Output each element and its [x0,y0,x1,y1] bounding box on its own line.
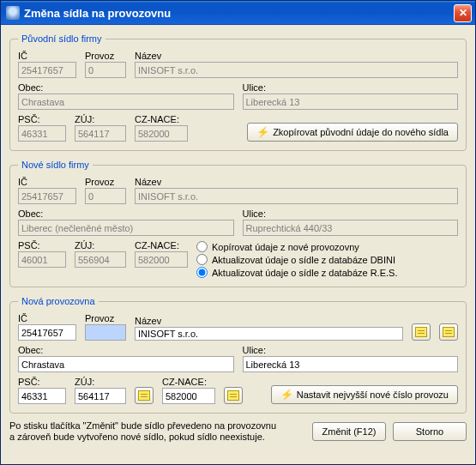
zuj-field[interactable] [75,388,126,404]
radio-aktualizovat-dbini[interactable]: Aktualizovat údaje o sídle z databáze DB… [196,254,458,265]
note-button-cznace[interactable] [224,387,243,404]
label-cznace: CZ-NACE: [162,377,215,387]
group-legend: Původní sídlo firmy [18,33,105,44]
titlebar: Změna sídla na provozovnu ✕ [1,1,475,25]
ic-field[interactable] [18,188,76,204]
button-label: Storno [416,426,443,437]
radio-label: Aktualizovat údaje o sídle z databáze R.… [212,268,397,278]
footer-note: Po stisku tlačítka "Změnit" bude sídlo p… [9,420,305,443]
label-ulice: Ulice: [243,208,459,219]
button-label: Zkopírovat původní údaje do nového sídla [273,127,449,137]
label-psc: PSČ: [18,240,66,251]
ulice-field[interactable] [243,220,459,236]
note-button-nazev-2[interactable] [439,323,458,341]
button-label: Změnit (F12) [322,426,377,437]
provoz-field[interactable] [85,62,126,78]
close-button[interactable]: ✕ [454,4,472,22]
label-cznace: CZ-NACE: [135,240,188,251]
label-zuj: ZÚJ: [75,377,126,387]
obec-field[interactable] [18,220,234,236]
zuj-field[interactable] [75,251,126,268]
label-ic: IČ [18,51,76,61]
radio-input[interactable] [196,254,208,265]
obec-field[interactable] [18,94,234,110]
label-provoz: Provoz [85,51,126,61]
app-icon [6,6,20,20]
radio-label: Kopírovat údaje z nové provozovny [212,242,359,252]
group-nove-sidlo: Nové sídlo firmy IČ Provoz Název Obec: U… [9,160,467,287]
bolt-icon: ⚡ [280,389,293,401]
group-puvodni-sidlo: Původní sídlo firmy IČ Provoz Název Obec… [9,33,467,151]
group-nova-provozovna: Nová provozovna IČ Provoz Název Obec: Ul… [9,296,467,414]
label-provoz: Provoz [85,313,126,323]
label-ulice: Ulice: [243,82,459,93]
ok-button[interactable]: Změnit (F12) [312,422,386,441]
client-area: Původní sídlo firmy IČ Provoz Název Obec… [1,25,475,464]
footer: Po stisku tlačítka "Změnit" bude sídlo p… [9,420,467,443]
zuj-field[interactable] [75,125,126,142]
label-psc: PSČ: [18,377,66,387]
label-obec: Obec: [18,345,234,355]
label-zuj: ZÚJ: [75,114,126,124]
ic-field[interactable] [18,324,76,341]
label-nazev: Název [135,177,458,187]
radio-aktualizovat-res[interactable]: Aktualizovat údaje o sídle z databáze R.… [196,267,458,278]
group-legend: Nové sídlo firmy [18,160,93,170]
label-psc: PSČ: [18,114,66,124]
window-title: Změna sídla na provozovnu [24,7,454,20]
label-ic: IČ [18,177,76,187]
button-label: Nastavit nejvyšší nové číslo provozu [297,390,449,400]
psc-field[interactable] [18,251,66,268]
ulice-field[interactable] [243,356,459,372]
radio-label: Aktualizovat údaje o sídle z databáze DB… [212,255,395,265]
label-ic: IČ [18,313,76,323]
nazev-field[interactable] [135,327,403,341]
cznace-field[interactable] [162,388,215,404]
note-icon [227,390,239,401]
nazev-field[interactable] [135,62,458,78]
nazev-field[interactable] [135,188,458,204]
psc-field[interactable] [18,388,66,404]
note-icon [415,327,427,337]
ic-field[interactable] [18,62,76,78]
bolt-icon: ⚡ [256,126,269,138]
group-legend: Nová provozovna [18,296,99,306]
provoz-field[interactable] [85,188,126,204]
copy-original-button[interactable]: ⚡ Zkopírovat původní údaje do nového síd… [247,123,458,142]
label-ulice: Ulice: [243,345,459,355]
cznace-field[interactable] [135,251,188,268]
label-obec: Obec: [18,208,234,219]
label-cznace: CZ-NACE: [135,114,188,124]
cancel-button[interactable]: Storno [393,422,467,441]
note-icon [138,390,150,401]
window: Změna sídla na provozovnu ✕ Původní sídl… [0,0,476,465]
set-highest-provoz-button[interactable]: ⚡ Nastavit nejvyšší nové číslo provozu [271,385,458,404]
psc-field[interactable] [18,125,66,142]
note-icon [443,327,455,337]
obec-field[interactable] [18,356,234,372]
label-nazev: Název [135,316,403,326]
label-obec: Obec: [18,82,234,93]
cznace-field[interactable] [135,125,188,142]
radio-copy-provozovna[interactable]: Kopírovat údaje z nové provozovny [196,241,458,252]
ulice-field[interactable] [243,94,459,110]
label-zuj: ZÚJ: [75,240,126,251]
note-button-nazev[interactable] [412,323,431,341]
radio-input[interactable] [196,241,208,252]
label-nazev: Název [135,51,458,61]
radio-input[interactable] [196,267,208,278]
note-button-zuj[interactable] [135,387,154,404]
label-provoz: Provoz [85,177,126,187]
provoz-field[interactable] [85,324,126,341]
